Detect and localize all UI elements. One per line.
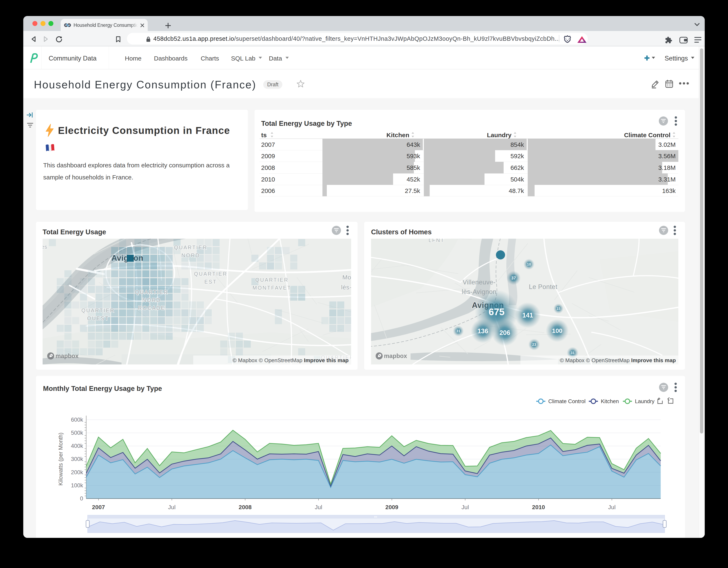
svg-text:31: 31	[571, 351, 575, 355]
svg-text:2010: 2010	[532, 504, 545, 510]
svg-text:300k: 300k	[71, 456, 83, 462]
svg-text:ROCADE: ROCADE	[138, 305, 165, 311]
svg-text:Jul: Jul	[168, 504, 176, 510]
svg-text:100: 100	[552, 327, 562, 334]
svg-text:© Mapbox © OpenStreetMap Impro: © Mapbox © OpenStreetMap Improve this ma…	[560, 357, 676, 364]
svg-text:400k: 400k	[71, 443, 83, 449]
svg-text:© Mapbox © OpenStreetMap Impro: © Mapbox © OpenStreetMap Improve this ma…	[232, 357, 349, 364]
svg-text:31: 31	[456, 329, 460, 333]
svg-text:37: 37	[511, 276, 516, 280]
svg-text:QUARTIER: QUARTIER	[194, 271, 227, 277]
svg-text:136: 136	[477, 328, 488, 335]
svg-text:NORD: NORD	[181, 252, 200, 258]
svg-text:Mo: Mo	[342, 274, 351, 281]
svg-text:141: 141	[522, 312, 533, 319]
svg-text:Villeneuve-: Villeneuve-	[463, 278, 496, 286]
svg-text:QUARTIER: QUARTIER	[174, 244, 208, 250]
svg-text:Climate Control: Climate Control	[548, 398, 585, 404]
svg-text:mapbox: mapbox	[384, 353, 407, 359]
svg-text:23: 23	[532, 343, 536, 347]
svg-text:0: 0	[80, 495, 83, 502]
svg-text:206: 206	[499, 329, 510, 337]
svg-text:500k: 500k	[71, 430, 83, 436]
svg-text:Jul: Jul	[461, 504, 469, 510]
svg-text:Jul: Jul	[608, 504, 616, 510]
svg-text:Kilowatts (per Month): Kilowatts (per Month)	[58, 433, 64, 486]
svg-text:Le Pontet: Le Pontet	[529, 283, 557, 291]
svg-text:200k: 200k	[71, 469, 83, 476]
svg-text:600k: 600k	[71, 417, 83, 423]
svg-text:MONTFAVET: MONTFAVET	[253, 285, 291, 291]
svg-text:675: 675	[489, 307, 505, 317]
svg-text:OUEST: OUEST	[87, 316, 109, 321]
svg-text:Laundry: Laundry	[635, 398, 654, 404]
svg-text:2008: 2008	[239, 504, 252, 510]
svg-text:QUARTIER: QUARTIER	[135, 289, 168, 295]
svg-text:QUARTIER: QUARTIER	[255, 277, 289, 283]
svg-text:es: es	[43, 244, 47, 250]
svg-text:EST: EST	[204, 279, 217, 285]
svg-text:2009: 2009	[385, 504, 398, 510]
svg-text:LFNT: LFNT	[429, 239, 445, 243]
svg-text:mapbox: mapbox	[55, 353, 79, 359]
svg-text:lès-: lès-	[341, 284, 351, 291]
svg-text:100k: 100k	[71, 482, 83, 489]
svg-text:2007: 2007	[92, 504, 105, 510]
svg-text:10: 10	[527, 262, 531, 266]
svg-text:15: 15	[557, 307, 560, 311]
svg-text:Kitchen: Kitchen	[601, 398, 619, 404]
svg-text:NORD: NORD	[142, 297, 161, 303]
svg-text:Jul: Jul	[315, 504, 322, 510]
svg-text:QUARTIER: QUARTIER	[81, 308, 115, 313]
